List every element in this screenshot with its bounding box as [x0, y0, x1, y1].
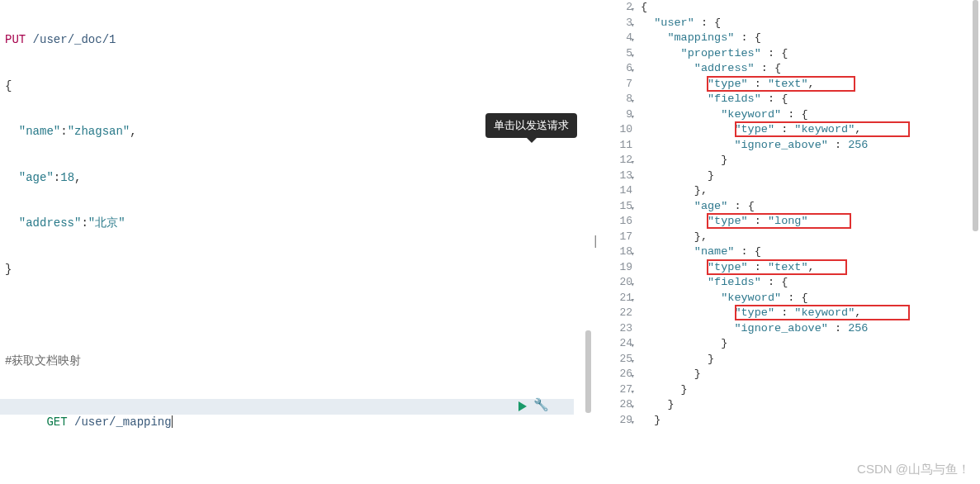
response-line: "ignore_above" : 256	[641, 321, 980, 337]
response-line: "type" : "text",	[641, 260, 980, 276]
response-line: }	[641, 352, 980, 368]
text-cursor	[172, 415, 173, 428]
line-number: 21▾	[601, 291, 632, 306]
line-number: 8▾	[601, 92, 632, 107]
run-tooltip: 单击以发送请求	[485, 113, 577, 138]
watermark: CSDN @山鸟与鱼！	[857, 462, 970, 477]
line-number: 4▾	[601, 31, 632, 46]
fold-icon[interactable]: ▾	[631, 415, 635, 431]
response-gutter: 2▾3▾4▾5▾6▾78▾9▾101112▾13▾1415▾161718▾192…	[601, 0, 641, 484]
response-line: "type" : "keyword",	[641, 306, 980, 321]
request-code[interactable]: PUT /user/_doc/1 { "name":"zhagsan", "ag…	[0, 0, 594, 445]
response-line: "type" : "text",	[641, 77, 980, 93]
response-line: "ignore_above" : 256	[641, 138, 980, 154]
response-line: "keyword" : {	[641, 291, 980, 306]
response-line: }	[641, 382, 980, 398]
line-number: 19	[601, 260, 632, 276]
line-number: 7	[601, 77, 632, 93]
response-line: }	[641, 367, 980, 382]
response-pane: 2▾3▾4▾5▾6▾78▾9▾101112▾13▾1415▾161718▾192…	[601, 0, 980, 484]
line-number: 22	[601, 306, 632, 321]
line-number: 25▾	[601, 352, 632, 368]
response-line: "type" : "keyword",	[641, 122, 980, 138]
line-number: 28▾	[601, 397, 632, 413]
line-number: 15▾	[601, 199, 632, 215]
response-line: }	[641, 168, 980, 184]
response-line: "age" : {	[641, 199, 980, 215]
line-number: 17	[601, 230, 632, 245]
line-number: 29▾	[601, 413, 632, 429]
line-number: 26▾	[601, 367, 632, 382]
response-line: }	[641, 336, 980, 352]
response-line: },	[641, 230, 980, 245]
wrench-icon[interactable]: 🔧	[533, 399, 549, 415]
response-line: "name" : {	[641, 244, 980, 260]
line-number: 2▾	[601, 0, 632, 16]
line-number: 20▾	[601, 275, 632, 291]
line-number: 27▾	[601, 382, 632, 398]
pane-divider[interactable]: ||	[594, 0, 601, 484]
line-number: 9▾	[601, 107, 632, 123]
response-code[interactable]: { "user" : { "mappings" : { "properties"…	[641, 0, 980, 484]
line-number: 24▾	[601, 336, 632, 352]
http-method-get: GET	[46, 415, 67, 429]
request-editor-pane[interactable]: PUT /user/_doc/1 { "name":"zhagsan", "ag…	[0, 0, 594, 484]
line-number: 16	[601, 214, 632, 230]
line-number: 11	[601, 138, 632, 154]
line-number: 6▾	[601, 61, 632, 77]
response-line: "type" : "long"	[641, 214, 980, 230]
line-number: 13▾	[601, 168, 632, 184]
scrollbar-right[interactable]	[973, 0, 978, 231]
scrollbar-left[interactable]	[585, 330, 591, 413]
response-line: "address" : {	[641, 61, 980, 77]
response-line: "mappings" : {	[641, 31, 980, 46]
response-line: }	[641, 153, 980, 168]
response-line: "keyword" : {	[641, 107, 980, 123]
http-method-put: PUT	[5, 33, 26, 46]
line-number: 12▾	[601, 153, 632, 168]
line-number: 3▾	[601, 16, 632, 31]
line-number: 23	[601, 321, 632, 337]
response-line: "properties" : {	[641, 46, 980, 62]
response-line: "user" : {	[641, 16, 980, 31]
code-comment: #获取文档映射	[5, 354, 81, 368]
line-number: 10	[601, 122, 632, 138]
response-line: {	[641, 0, 980, 16]
line-number: 5▾	[601, 46, 632, 62]
active-line[interactable]: GET /user/_mapping 🔧	[0, 399, 574, 415]
run-request-icon[interactable]	[518, 401, 527, 411]
response-line: "fields" : {	[641, 275, 980, 291]
response-line: },	[641, 183, 980, 199]
response-line: "fields" : {	[641, 92, 980, 107]
line-number: 18▾	[601, 244, 632, 260]
response-line: }	[641, 397, 980, 413]
line-number: 14	[601, 183, 632, 199]
response-line: }	[641, 413, 980, 429]
